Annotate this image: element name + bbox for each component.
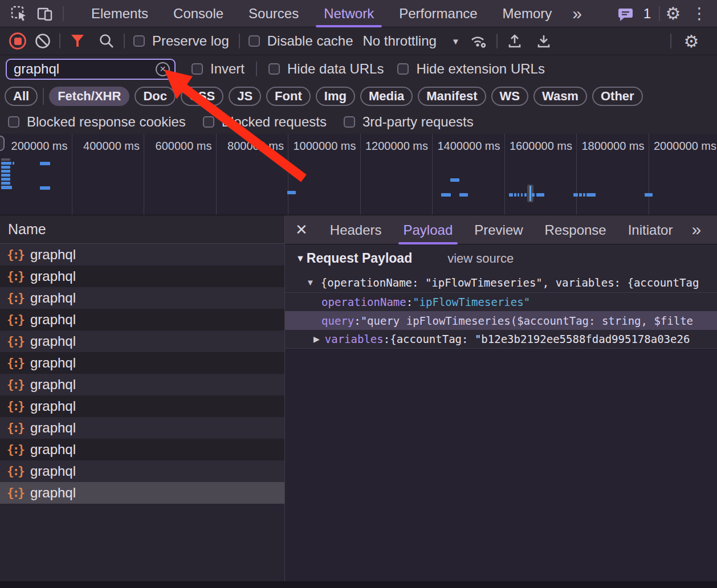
detail-tab-payload[interactable]: Payload (393, 215, 464, 244)
chip-img[interactable]: Img (316, 87, 355, 106)
request-row[interactable]: {:}graphql (0, 309, 284, 330)
record-network-log-button[interactable] (9, 32, 26, 50)
more-options-kebab-icon[interactable]: ⋮ (686, 0, 712, 27)
devtools-window: { "top_bar": { "tabs": ["Elements", "Con… (0, 0, 717, 588)
tab-memory[interactable]: Memory (490, 0, 565, 27)
network-conditions-icon[interactable] (465, 32, 491, 50)
chip-fetch-xhr[interactable]: Fetch/XHR (49, 87, 129, 106)
chip-css[interactable]: CSS (181, 87, 223, 106)
search-icon[interactable] (95, 32, 119, 50)
timeline-tick: 200000 ms (0, 134, 72, 215)
device-toolbar-icon[interactable] (32, 0, 58, 27)
issues-message-icon[interactable] (613, 0, 639, 27)
chip-font[interactable]: Font (266, 87, 311, 106)
view-source-link[interactable]: view source (447, 251, 514, 266)
tab-console[interactable]: Console (161, 0, 236, 27)
network-settings-gear-icon[interactable]: ⚙ (677, 31, 706, 51)
name-column-header[interactable]: Name (0, 215, 284, 244)
waterfall-bar (1, 158, 10, 161)
chip-ws[interactable]: WS (491, 87, 528, 106)
chip-manifest[interactable]: Manifest (418, 87, 486, 106)
request-row[interactable]: {:}graphql (0, 439, 284, 460)
clear-filter-icon[interactable]: ✕ (156, 62, 170, 76)
export-har-download-icon[interactable] (532, 32, 556, 50)
payload-key: operationName (321, 296, 406, 308)
waterfall-bar (450, 178, 459, 182)
close-detail-icon[interactable]: ✕ (285, 221, 319, 239)
caret-right-icon[interactable]: ▶ (313, 334, 320, 344)
chip-js[interactable]: JS (229, 87, 261, 106)
network-main-area: Name {:}graphql{:}graphql{:}graphql{:}gr… (0, 215, 717, 581)
payload-entry-query[interactable]: query: "query ipFlowTimeseries($accountT… (285, 311, 717, 330)
request-row[interactable]: {:}graphql (0, 330, 284, 352)
preserve-log-checkbox[interactable] (133, 35, 145, 47)
checkbox-blocked-requests[interactable] (203, 116, 214, 128)
waterfall-bar (1, 186, 12, 189)
waterfall-bar (1, 182, 10, 185)
settings-gear-icon[interactable]: ⚙ (660, 0, 686, 27)
payload-entry-operationname[interactable]: operationName: "ipFlowTimeseries" (285, 292, 717, 311)
name-header-label: Name (8, 221, 46, 238)
timeline-tick: 1600000 ms (505, 134, 577, 215)
invert-option: Invert (192, 61, 245, 77)
more-tabs-icon[interactable]: » (564, 4, 588, 23)
inspect-element-icon[interactable] (6, 0, 32, 27)
hide-data-urls-checkbox[interactable] (268, 63, 280, 75)
detail-more-tabs-icon[interactable]: » (683, 220, 707, 239)
detail-tab-initiator[interactable]: Initiator (617, 215, 684, 244)
detail-tab-headers[interactable]: Headers (319, 215, 393, 244)
disable-cache-checkbox[interactable] (248, 35, 260, 47)
request-row[interactable]: {:}graphql (0, 460, 284, 482)
waterfall-bar (441, 193, 451, 197)
checkbox-blocked-response-cookies[interactable] (8, 116, 19, 128)
detail-tab-response[interactable]: Response (534, 215, 617, 244)
throttling-dropdown[interactable]: No throttling ▼ (362, 33, 459, 49)
chip-doc[interactable]: Doc (135, 87, 176, 106)
chip-all[interactable]: All (5, 87, 38, 106)
request-name: graphql (30, 485, 76, 501)
request-row[interactable]: {:}graphql (0, 417, 284, 439)
payload-entry-variables[interactable]: ▶variables: {accountTag: "b12e3b2192ee55… (285, 330, 717, 349)
detail-tab-preview[interactable]: Preview (463, 215, 533, 244)
timeline-tick: 1400000 ms (433, 134, 505, 215)
waterfall-bar (514, 193, 516, 197)
devtools-tab-bar: ElementsConsoleSourcesNetworkPerformance… (0, 0, 717, 27)
request-row[interactable]: {:}graphql (0, 395, 284, 417)
payload-colon: : (354, 315, 360, 327)
request-name: graphql (30, 398, 76, 414)
tab-performance[interactable]: Performance (386, 0, 490, 27)
request-row[interactable]: {:}graphql (0, 287, 284, 309)
invert-checkbox[interactable] (192, 63, 203, 75)
fetch-xhr-type-icon: {:} (7, 313, 23, 326)
tab-network[interactable]: Network (311, 0, 386, 27)
import-har-upload-icon[interactable] (503, 32, 527, 50)
divider (239, 34, 240, 48)
timeline-tick: 1800000 ms (577, 134, 649, 215)
request-row[interactable]: {:}graphql (0, 244, 284, 266)
request-name: graphql (30, 355, 76, 371)
hide-extension-urls-option: Hide extension URLs (397, 61, 544, 77)
filter-input[interactable] (14, 61, 156, 77)
checkbox-3rd-party-requests[interactable] (344, 116, 355, 128)
payload-preview-text: {operationName: "ipFlowTimeseries", vari… (321, 276, 699, 289)
chip-other[interactable]: Other (592, 87, 643, 106)
timeline-tick: 1200000 ms (361, 134, 433, 215)
option-blocked-response-cookies: Blocked response cookies (8, 114, 186, 130)
chip-wasm[interactable]: Wasm (533, 87, 587, 106)
payload-preview-row[interactable]: ▼ {operationName: "ipFlowTimeseries", va… (285, 272, 717, 292)
timeline-handle[interactable] (0, 136, 5, 151)
request-payload-title: Request Payload (307, 251, 412, 266)
request-payload-header[interactable]: ▼ Request Payload view source (285, 244, 717, 272)
request-row[interactable]: {:}graphql (0, 352, 284, 374)
request-row[interactable]: {:}graphql (0, 482, 284, 504)
network-overview-timeline[interactable]: 200000 ms400000 ms600000 ms800000 ms1000… (0, 134, 717, 215)
request-row[interactable]: {:}graphql (0, 266, 284, 287)
hide-extension-urls-checkbox[interactable] (397, 63, 409, 75)
tab-sources[interactable]: Sources (236, 0, 311, 27)
filter-funnel-icon[interactable] (66, 34, 89, 48)
option-blocked-requests: Blocked requests (203, 114, 327, 130)
request-row[interactable]: {:}graphql (0, 374, 284, 395)
tab-elements[interactable]: Elements (79, 0, 161, 27)
clear-network-log-icon[interactable] (31, 32, 54, 50)
chip-media[interactable]: Media (360, 87, 413, 106)
